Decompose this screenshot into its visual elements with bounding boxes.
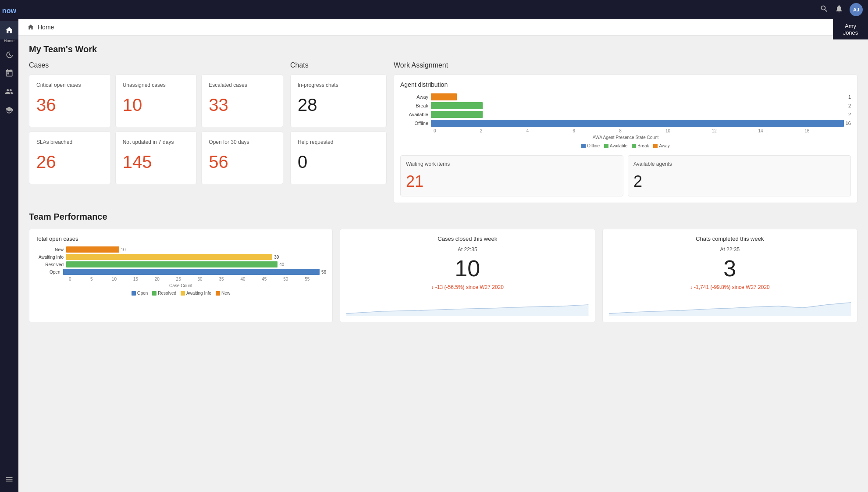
card-value-in-progress: 28 xyxy=(298,96,379,114)
bc-axis-35: 35 xyxy=(219,277,240,282)
chats-cards-grid: In-progress chats 28 Help requested 0 xyxy=(290,75,387,184)
bc-label-resolved: Resolved xyxy=(36,262,66,267)
chart-value-offline: 16 xyxy=(846,121,851,126)
notifications-icon[interactable] xyxy=(835,4,843,15)
bc-axis-10: 10 xyxy=(112,277,133,282)
axis-2: 2 xyxy=(480,128,526,133)
work-assignment-section-title: Work Assignment xyxy=(394,61,857,69)
chats-completed-change: ↓ -1,741 (-99.8%) since W27 2020 xyxy=(609,284,851,290)
user-popup: Amy Jones xyxy=(833,19,868,39)
legend-label-away: Away xyxy=(659,143,669,148)
axis-0: 0 xyxy=(434,128,480,133)
legend-dot-offline xyxy=(581,144,586,148)
search-icon[interactable] xyxy=(820,4,829,15)
total-open-cases-title: Total open cases xyxy=(36,235,326,242)
bc-label-awaiting: Awaiting Info xyxy=(36,255,66,260)
bc-legend-dot-open xyxy=(132,291,136,296)
waiting-work-value: 21 xyxy=(406,172,618,191)
sidebar-item-learning[interactable] xyxy=(0,101,18,119)
card-label-not-updated: Not updated in 7 days xyxy=(123,139,190,146)
cases-closed-card[interactable]: Cases closed this week At 22:35 10 ↓ -13… xyxy=(340,229,595,322)
total-open-cases-card[interactable]: Total open cases New 10 Awaiting Info 39 xyxy=(29,229,333,322)
bc-bar-awaiting xyxy=(66,254,272,260)
svg-text:now: now xyxy=(2,7,17,14)
bc-row-open: Open 56 xyxy=(36,269,326,275)
chart-row-away: Away 1 xyxy=(400,93,851,100)
chats-completed-card[interactable]: Chats completed this week At 22:35 3 ↓ -… xyxy=(602,229,858,322)
app-logo: now xyxy=(0,0,18,21)
sidebar-item-recent[interactable] xyxy=(0,46,18,64)
cases-closed-title: Cases closed this week xyxy=(346,235,589,242)
card-label-open-30: Open for 30 days xyxy=(209,139,276,146)
bc-legend-label-awaiting: Awaiting Info xyxy=(186,291,211,296)
work-section: Work Assignment Agent distribution Away … xyxy=(394,61,857,203)
bc-row-new: New 10 xyxy=(36,246,326,253)
work-assignment-panel: Agent distribution Away 1 xyxy=(394,75,857,203)
bc-legend-open: Open xyxy=(132,291,148,296)
chart-subtitle: AWA Agent Presence State Count xyxy=(400,135,851,140)
user-avatar[interactable]: AJ xyxy=(850,3,863,16)
chats-completed-sparkline xyxy=(609,294,851,316)
legend-label-available: Available xyxy=(610,143,627,148)
available-agents-card[interactable]: Available agents 2 xyxy=(628,155,851,196)
bc-axis-30: 30 xyxy=(198,277,219,282)
sidebar-item-menu[interactable] xyxy=(0,470,18,488)
case-card-unassigned[interactable]: Unassigned cases 10 xyxy=(115,75,197,127)
bc-val-awaiting: 39 xyxy=(274,255,279,260)
chart-bar-away-container xyxy=(431,93,847,100)
chart-label-available: Available xyxy=(400,112,431,117)
chats-completed-value: 3 xyxy=(609,255,851,282)
metrics-row: Cases Critical open cases 36 Unassigned … xyxy=(29,61,857,203)
cases-closed-value: 10 xyxy=(346,255,589,282)
agent-dist-title: Agent distribution xyxy=(400,81,851,88)
bc-legend: Open Resolved Awaiting Info New xyxy=(36,291,326,296)
legend-away: Away xyxy=(653,143,669,148)
case-card-sla[interactable]: SLAs breached 26 xyxy=(29,132,111,184)
chart-bar-offline-container xyxy=(431,120,844,127)
bc-axis-20: 20 xyxy=(155,277,176,282)
chat-card-help[interactable]: Help requested 0 xyxy=(290,132,387,184)
team-performance: Team Performance Total open cases New 10… xyxy=(29,212,857,322)
bc-axis-25: 25 xyxy=(176,277,198,282)
bc-legend-resolved: Resolved xyxy=(152,291,176,296)
cases-closed-sparkline xyxy=(346,294,589,316)
bc-axis-0: 0 xyxy=(69,277,90,282)
case-card-open-30[interactable]: Open for 30 days 56 xyxy=(201,132,283,184)
sidebar-item-calendar[interactable] xyxy=(0,64,18,82)
case-card-escalated[interactable]: Escalated cases 33 xyxy=(201,75,283,127)
chart-bar-available-container xyxy=(431,111,847,118)
bc-legend-label-new: New xyxy=(221,291,230,296)
sidebar-home-label: Home xyxy=(4,39,14,46)
sidebar: now Home xyxy=(0,0,18,492)
topbar: AJ Amy Jones xyxy=(18,0,868,19)
case-card-not-updated[interactable]: Not updated in 7 days 145 xyxy=(115,132,197,184)
axis-6: 6 xyxy=(573,128,619,133)
axis-14: 14 xyxy=(758,128,804,133)
cases-section-title: Cases xyxy=(29,61,283,69)
user-name-line1: Amy xyxy=(839,23,862,29)
waiting-work-card[interactable]: Waiting work items 21 xyxy=(400,155,623,196)
available-agents-label: Available agents xyxy=(633,161,845,167)
cases-section: Cases Critical open cases 36 Unassigned … xyxy=(29,61,283,184)
bc-row-resolved: Resolved 40 xyxy=(36,261,326,267)
card-label-in-progress: In-progress chats xyxy=(298,82,379,89)
chart-bar-break xyxy=(431,102,483,109)
bc-axis-45: 45 xyxy=(262,277,283,282)
chart-label-away: Away xyxy=(400,94,431,100)
card-value-critical: 36 xyxy=(36,96,103,114)
axis-12: 12 xyxy=(712,128,758,133)
bc-label-open: Open xyxy=(36,270,63,275)
sidebar-item-people[interactable] xyxy=(0,82,18,101)
case-card-critical[interactable]: Critical open cases 36 xyxy=(29,75,111,127)
bc-row-awaiting: Awaiting Info 39 xyxy=(36,254,326,260)
chart-bar-available xyxy=(431,111,483,118)
available-agents-value: 2 xyxy=(633,172,845,191)
sidebar-item-home[interactable] xyxy=(0,21,18,39)
chat-card-in-progress[interactable]: In-progress chats 28 xyxy=(290,75,387,127)
chart-row-offline: Offline 16 xyxy=(400,120,851,127)
card-value-unassigned: 10 xyxy=(123,96,190,114)
bc-legend-dot-resolved xyxy=(152,291,157,296)
breadcrumb-bar: Home xyxy=(18,19,868,36)
card-value-sla: 26 xyxy=(36,153,103,171)
main-content: Home My Team's Work Cases Critical open … xyxy=(18,19,868,492)
